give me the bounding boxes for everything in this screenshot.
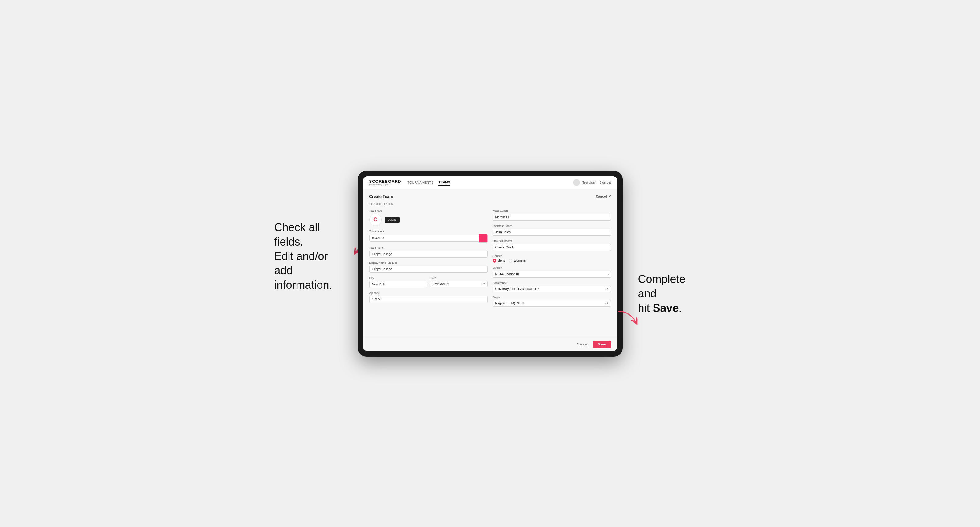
zip-input[interactable] [369, 296, 488, 303]
gender-womens-label: Womens [514, 259, 526, 262]
state-label: State [430, 276, 488, 279]
conference-label: Conference [493, 281, 611, 284]
right-annotation-line2: hit [638, 302, 653, 314]
region-select[interactable]: Region II - (M) DIII ✕ ▲▼ [493, 300, 611, 306]
page-title: Create Team [369, 194, 393, 199]
athletic-director-field: Athletic Director [493, 240, 611, 251]
state-clear-icon[interactable]: ✕ [447, 282, 449, 286]
display-name-input[interactable] [369, 266, 488, 273]
assistant-coach-label: Assistant Coach [493, 224, 611, 227]
app-header: SCOREBOARD Powered by clippd TOURNAMENTS… [363, 176, 617, 189]
state-arrows-icon: ▲▼ [480, 283, 485, 285]
head-coach-label: Head Coach [493, 209, 611, 212]
right-annotation: Complete and hit Save. [638, 272, 706, 315]
conference-field: Conference University Athletic Associati… [493, 281, 611, 292]
head-coach-field: Head Coach [493, 209, 611, 221]
conference-tag: University Athletic Association ✕ [495, 287, 540, 290]
division-field: Division NCAA Division III ⌄ [493, 266, 611, 278]
region-value: Region II - (M) DIII [495, 302, 521, 305]
conference-arrows-icon: ▲▼ [604, 287, 609, 290]
display-name-label: Display name (unique) [369, 261, 488, 264]
athletic-director-label: Athletic Director [493, 240, 611, 243]
city-field: City [369, 276, 427, 288]
user-label: Test User | [582, 181, 597, 184]
main-nav: TOURNAMENTS TEAMS [407, 179, 450, 186]
form-right-col: Head Coach Assistant Coach Athletic Dire… [493, 209, 611, 306]
upload-button[interactable]: Upload [385, 217, 400, 223]
avatar [573, 179, 580, 186]
annotation-line1: Check all fields. [274, 221, 320, 248]
region-arrows-icon: ▲▼ [604, 302, 609, 305]
header-left: SCOREBOARD Powered by clippd TOURNAMENTS… [369, 179, 450, 186]
region-label: Region [493, 296, 611, 299]
gender-mens-label: Mens [498, 259, 505, 262]
state-tag: New York ✕ [433, 282, 449, 286]
assistant-coach-input[interactable] [493, 229, 611, 236]
zip-field: Zip code [369, 292, 488, 303]
form-footer: Cancel Save [363, 337, 617, 351]
color-swatch[interactable] [479, 234, 488, 243]
radio-mens-dot [493, 259, 496, 263]
save-button[interactable]: Save [593, 341, 611, 348]
close-icon: ✕ [608, 194, 611, 198]
cancel-x-button[interactable]: Cancel ✕ [596, 194, 611, 198]
division-label: Division [493, 266, 611, 269]
form-left-col: Team logo C Upload Team colour [369, 209, 488, 306]
division-select[interactable]: NCAA Division III [493, 271, 611, 278]
region-field: Region Region II - (M) DIII ✕ ▲▼ [493, 296, 611, 306]
page-title-bar: Create Team Cancel ✕ [369, 194, 611, 199]
state-select[interactable]: New York ✕ ▲▼ [430, 281, 488, 287]
logo-letter: C [373, 216, 377, 223]
region-tag: Region II - (M) DIII ✕ [495, 302, 524, 305]
team-name-input[interactable] [369, 251, 488, 258]
assistant-coach-field: Assistant Coach [493, 224, 611, 236]
conference-value: University Athletic Association [495, 287, 536, 290]
state-value: New York [433, 282, 445, 286]
tablet-screen: SCOREBOARD Powered by clippd TOURNAMENTS… [363, 176, 617, 351]
conference-clear-icon[interactable]: ✕ [537, 287, 540, 290]
gender-womens-option[interactable]: Womens [509, 259, 526, 263]
gender-row: Mens Womens [493, 259, 611, 263]
cancel-label: Cancel [596, 194, 607, 198]
team-colour-label: Team colour [369, 230, 488, 233]
radio-womens-dot [509, 259, 512, 263]
region-clear-icon[interactable]: ✕ [522, 302, 524, 305]
right-annotation-bold: Save [653, 302, 679, 314]
nav-tournaments[interactable]: TOURNAMENTS [407, 179, 433, 186]
team-logo-field: Team logo C Upload [369, 209, 488, 226]
logo-text: SCOREBOARD [369, 179, 401, 183]
cancel-button[interactable]: Cancel [574, 341, 591, 348]
nav-teams[interactable]: TEAMS [438, 179, 450, 186]
form-grid: Team logo C Upload Team colour [369, 209, 611, 306]
right-annotation-line1: Complete and [638, 273, 686, 300]
team-name-field: Team name [369, 246, 488, 258]
right-annotation-period: . [679, 302, 682, 314]
city-input[interactable] [369, 281, 427, 288]
sign-out-link[interactable]: Sign out [600, 181, 611, 184]
app-logo: SCOREBOARD Powered by clippd [369, 179, 401, 186]
color-input[interactable] [369, 235, 479, 241]
team-name-label: Team name [369, 246, 488, 249]
head-coach-input[interactable] [493, 214, 611, 221]
section-label: TEAM DETAILS [369, 203, 611, 206]
gender-label: Gender [493, 254, 611, 258]
team-logo-label: Team logo [369, 209, 488, 212]
team-logo-circle: C [369, 214, 382, 226]
logo-upload-area: C Upload [369, 214, 488, 226]
color-field-wrapper [369, 234, 488, 243]
display-name-field: Display name (unique) [369, 261, 488, 273]
gender-mens-option[interactable]: Mens [493, 259, 505, 263]
logo-subtext: Powered by clippd [369, 183, 401, 186]
gender-field: Gender Mens Womens [493, 254, 611, 263]
team-colour-field: Team colour [369, 230, 488, 243]
left-annotation: Check all fields. Edit and/or add inform… [274, 221, 342, 292]
conference-select[interactable]: University Athletic Association ✕ ▲▼ [493, 286, 611, 292]
tablet-frame: SCOREBOARD Powered by clippd TOURNAMENTS… [358, 171, 623, 357]
annotation-line3: information. [274, 279, 332, 291]
city-state-row: City State New York ✕ ▲▼ [369, 276, 488, 288]
division-select-wrapper: NCAA Division III ⌄ [493, 271, 611, 278]
annotation-line2: Edit and/or add [274, 250, 328, 277]
state-field: State New York ✕ ▲▼ [430, 276, 488, 288]
athletic-director-input[interactable] [493, 244, 611, 251]
zip-label: Zip code [369, 292, 488, 295]
